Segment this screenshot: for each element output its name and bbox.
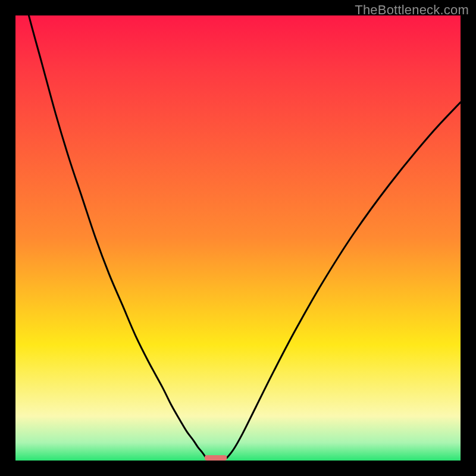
optimal-marker (205, 455, 227, 461)
chart-frame (15, 15, 461, 461)
chart-lines (15, 15, 461, 461)
bottleneck-curve-left (15, 15, 206, 458)
bottleneck-curve-right (227, 102, 461, 458)
